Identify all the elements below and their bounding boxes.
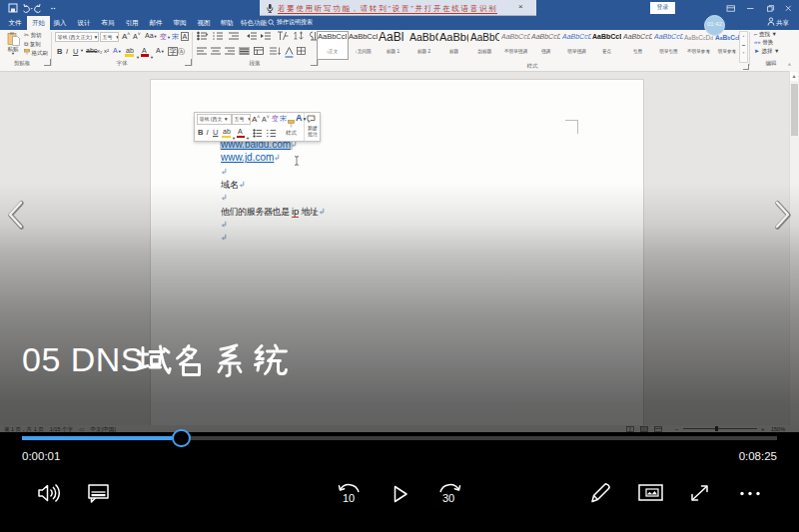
svg-text:10: 10 xyxy=(343,492,355,503)
svg-text:30: 30 xyxy=(442,492,454,503)
